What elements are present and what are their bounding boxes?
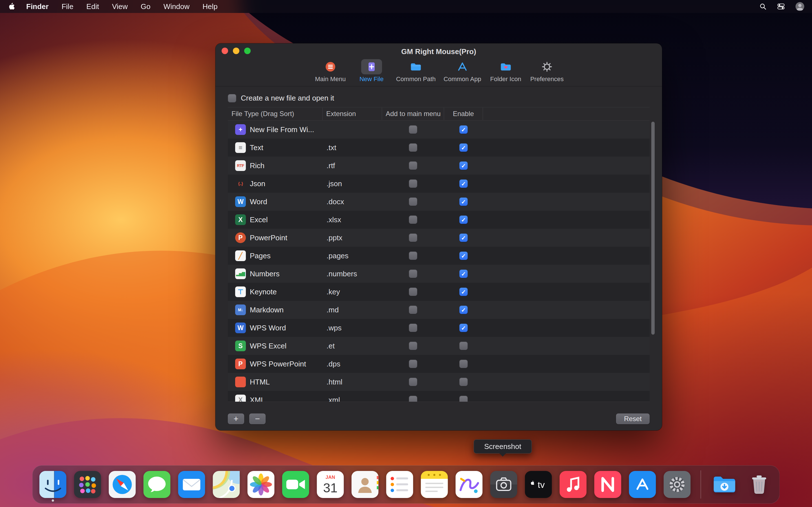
menu-view[interactable]: View (105, 0, 134, 13)
table-row[interactable]: SWPS Excel.et (228, 337, 650, 355)
enable-checkbox[interactable]: ✓ (459, 251, 468, 260)
dock-item-music[interactable] (560, 471, 587, 498)
toolbar-common-path[interactable]: Common Path (396, 59, 436, 83)
table-row[interactable]: ⊤Keynote.key✓ (228, 283, 650, 301)
table-row[interactable]: ≡Text.txt✓ (228, 138, 650, 157)
menu-go[interactable]: Go (134, 0, 157, 13)
dock-item-calendar[interactable]: JAN31 (317, 471, 344, 498)
menu-help[interactable]: Help (196, 0, 224, 13)
add-to-main-menu-checkbox[interactable] (409, 288, 417, 296)
window-titlebar[interactable]: GM Right Mouse(Pro) (215, 43, 662, 58)
dock-item-photos[interactable] (248, 471, 274, 498)
dock-item-facetime[interactable] (282, 471, 309, 498)
add-to-main-menu-checkbox[interactable] (409, 216, 417, 224)
enable-checkbox[interactable]: ✓ (459, 161, 468, 170)
dock-item-finder[interactable] (40, 471, 66, 498)
file-type-icon: ╱ (235, 250, 246, 261)
add-to-main-menu-checkbox[interactable] (409, 161, 417, 170)
toolbar-folder-icon[interactable]: Folder Icon (489, 59, 522, 83)
create-file-checkbox[interactable] (228, 94, 236, 103)
enable-checkbox[interactable] (459, 378, 468, 386)
toolbar-main-menu[interactable]: Main Menu (314, 59, 347, 83)
table-row[interactable]: {..}Json.json✓ (228, 175, 650, 193)
reset-button[interactable]: Reset (616, 413, 650, 424)
add-to-main-menu-checkbox[interactable] (409, 144, 417, 152)
menu-window[interactable]: Window (157, 0, 196, 13)
table-row[interactable]: PWPS PowerPoint.dps (228, 355, 650, 373)
table-row[interactable]: WWord.docx✓ (228, 193, 650, 211)
add-to-main-menu-checkbox[interactable] (409, 233, 417, 242)
table-row[interactable]: HTML.html (228, 373, 650, 391)
toolbar-preferences[interactable]: Preferences (530, 59, 564, 83)
add-to-main-menu-checkbox[interactable] (409, 378, 417, 386)
enable-checkbox[interactable]: ✓ (459, 179, 468, 188)
enable-checkbox[interactable]: ✓ (459, 125, 468, 134)
enable-checkbox[interactable] (459, 342, 468, 350)
enable-checkbox[interactable]: ✓ (459, 233, 468, 242)
enable-checkbox[interactable] (459, 360, 468, 368)
enable-checkbox[interactable] (459, 396, 468, 402)
add-to-main-menu-checkbox[interactable] (409, 324, 417, 332)
user-avatar[interactable] (795, 2, 805, 11)
enable-checkbox[interactable]: ✓ (459, 324, 468, 332)
dock-item-trash[interactable] (746, 471, 773, 498)
add-to-main-menu-checkbox[interactable] (409, 342, 417, 350)
table-row[interactable]: RTFRich.rtf✓ (228, 157, 650, 175)
table-row[interactable]: XExcel.xlsx✓ (228, 211, 650, 229)
dock-item-mail[interactable] (178, 471, 205, 498)
add-filetype-button[interactable]: + (228, 413, 244, 424)
control-center-icon[interactable] (777, 3, 785, 10)
add-to-main-menu-checkbox[interactable] (409, 251, 417, 260)
table-row[interactable]: XXML.xml (228, 391, 650, 402)
dock-item-news[interactable] (594, 471, 621, 498)
apple-menu[interactable] (8, 2, 16, 11)
table-row[interactable]: +New File From Wi...✓ (228, 121, 650, 138)
dock-item-screenshot[interactable] (490, 471, 517, 498)
file-type-label: Json (250, 179, 265, 188)
remove-filetype-button[interactable]: − (249, 413, 266, 424)
scrollbar[interactable] (651, 121, 655, 403)
table-row[interactable]: M↓Markdown.md✓ (228, 301, 650, 319)
add-to-main-menu-checkbox[interactable] (409, 179, 417, 188)
toolbar-common-app[interactable]: Common App (444, 59, 481, 83)
dock-item-appstore[interactable] (629, 471, 656, 498)
add-to-main-menu-checkbox[interactable] (409, 125, 417, 134)
add-to-main-menu-checkbox[interactable] (409, 198, 417, 206)
menu-file[interactable]: File (55, 0, 80, 13)
dock-item-messages[interactable] (144, 471, 170, 498)
extension-cell: .wps (322, 324, 382, 332)
add-to-main-menu-checkbox[interactable] (409, 270, 417, 278)
dock-item-reminders[interactable] (386, 471, 413, 498)
dock-item-maps[interactable] (213, 471, 240, 498)
dock-item-contacts[interactable] (352, 471, 378, 498)
scrollbar-thumb[interactable] (651, 122, 655, 335)
table-row[interactable]: WWPS Word.wps✓ (228, 319, 650, 337)
dock-item-safari[interactable] (109, 471, 136, 498)
dock-item-appletv[interactable]: tv (525, 471, 552, 498)
file-type-icon: X (235, 395, 246, 402)
table-row[interactable]: ╱Pages.pages✓ (228, 247, 650, 265)
enable-checkbox[interactable]: ✓ (459, 305, 468, 314)
enable-checkbox[interactable]: ✓ (459, 198, 468, 206)
app-menu-finder[interactable]: Finder (20, 0, 55, 13)
dock-item-freeform[interactable] (456, 471, 483, 498)
table-row[interactable]: PPowerPoint.pptx✓ (228, 229, 650, 247)
dock-item-notes[interactable] (421, 471, 448, 498)
enable-checkbox[interactable]: ✓ (459, 270, 468, 278)
table-row[interactable]: ▂▅▇Numbers.numbers✓ (228, 265, 650, 283)
add-to-main-menu-checkbox[interactable] (409, 396, 417, 402)
enable-checkbox[interactable]: ✓ (459, 144, 468, 152)
search-icon[interactable] (759, 3, 767, 10)
enable-checkbox[interactable]: ✓ (459, 216, 468, 224)
dock-item-downloads[interactable] (711, 471, 738, 498)
dock-item-settings[interactable] (664, 471, 691, 498)
file-type-label: Keynote (250, 288, 276, 296)
create-file-row[interactable]: Create a new file and open it (228, 94, 650, 103)
add-to-main-menu-checkbox[interactable] (409, 360, 417, 368)
toolbar-new-file[interactable]: New File (355, 59, 388, 83)
dock-item-launchpad[interactable] (74, 471, 101, 498)
app-window: GM Right Mouse(Pro) Main MenuNew FileCom… (215, 43, 662, 431)
enable-checkbox[interactable]: ✓ (459, 288, 468, 296)
menu-edit[interactable]: Edit (80, 0, 105, 13)
add-to-main-menu-checkbox[interactable] (409, 305, 417, 314)
